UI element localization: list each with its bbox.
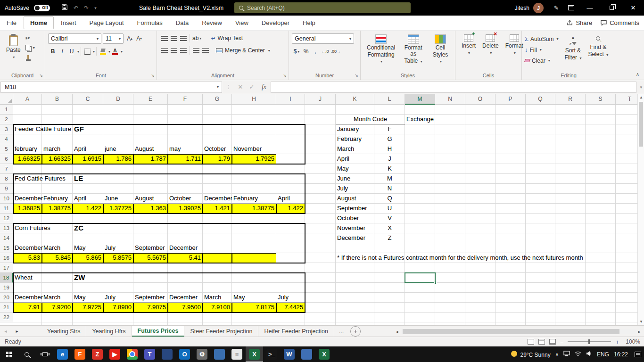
cell-C11[interactable]: 1.422 [73, 204, 103, 214]
close-button[interactable]: ✕ [622, 0, 644, 16]
cell-C6[interactable]: 1.6915 [73, 154, 103, 164]
cell-A10[interactable]: December [13, 194, 42, 204]
merge-center-button[interactable]: Merge & Center▾ [214, 46, 272, 55]
cell-H16[interactable] [232, 253, 276, 263]
name-box-chevron-icon[interactable]: ▾ [217, 85, 219, 89]
row-header-7[interactable]: 7 [0, 164, 13, 174]
horizontal-scrollbar[interactable]: ◂ ▸ [393, 327, 643, 336]
cell-L5[interactable]: H [374, 144, 405, 154]
select-all-corner[interactable] [0, 94, 13, 105]
sheet-nav-right-icon[interactable]: ▸ [11, 326, 23, 337]
taskbar-app-settings[interactable]: ⚙ [193, 346, 211, 362]
menu-tab-insert[interactable]: Insert [55, 17, 83, 29]
cell-D10[interactable]: June [103, 194, 133, 204]
notification-center-icon[interactable] [635, 352, 641, 357]
share-button[interactable]: Share [567, 19, 592, 26]
cell-G16[interactable] [203, 253, 232, 263]
cell-G5[interactable]: October [203, 144, 232, 154]
cell-C20[interactable]: May [73, 293, 103, 303]
column-header-L[interactable]: L [374, 94, 405, 105]
cell-C15[interactable]: May [73, 243, 103, 253]
cell-D16[interactable]: 5.8575 [103, 253, 133, 263]
row-header-17[interactable]: 17 [0, 263, 13, 273]
cell-C5[interactable]: April [73, 144, 103, 154]
cell-L6[interactable]: J [374, 154, 405, 164]
cell-H10[interactable]: February [232, 194, 276, 204]
menu-tab-help[interactable]: Help [297, 17, 322, 29]
cell-K9[interactable]: July [336, 184, 374, 194]
underline-button[interactable]: U [67, 47, 76, 56]
column-header-Q[interactable]: Q [526, 94, 555, 105]
cell-E20[interactable]: September [133, 293, 168, 303]
column-header-H[interactable]: H [232, 94, 276, 105]
number-dialog-launcher[interactable]: ↘ [355, 74, 358, 78]
scroll-left-arrow[interactable]: ◂ [393, 329, 401, 334]
task-view-button[interactable] [36, 346, 54, 362]
font-color-button[interactable]: A [110, 47, 120, 56]
cell-C13[interactable]: ZC [73, 223, 103, 233]
cell-A15[interactable]: December [13, 243, 42, 253]
row-header-18[interactable]: 18 [0, 273, 13, 283]
taskbar-app-edge[interactable]: e [54, 346, 71, 362]
cell-B16[interactable]: 5.845 [42, 253, 73, 263]
search-input[interactable]: Search (Alt+Q) [234, 2, 411, 13]
cell-B6[interactable]: 1.66325 [42, 154, 73, 164]
cell-H20[interactable]: May [232, 293, 276, 303]
menu-tab-data[interactable]: Data [170, 17, 195, 29]
row-header-13[interactable]: 13 [0, 223, 13, 233]
cell-A20[interactable]: December [13, 293, 42, 303]
cell-B10[interactable]: February [42, 194, 73, 204]
menu-tab-file[interactable]: File [0, 17, 23, 29]
row-header-5[interactable]: 5 [0, 144, 13, 154]
taskbar-app-terminal[interactable]: >_ [263, 346, 281, 362]
cell-E15[interactable]: September [133, 243, 168, 253]
column-header-R[interactable]: R [555, 94, 586, 105]
cell-L14[interactable]: Z [374, 233, 405, 243]
user-name[interactable]: Jitesh [515, 5, 529, 11]
column-header-K[interactable]: K [336, 94, 374, 105]
row-header-4[interactable]: 4 [0, 134, 13, 144]
row-header-6[interactable]: 6 [0, 154, 13, 164]
orientation-button[interactable]: ab▾ [191, 33, 202, 43]
cell-K2[interactable]: Month Code [336, 115, 405, 124]
cell-D21[interactable]: 7.8900 [103, 303, 133, 313]
column-header-B[interactable]: B [42, 94, 73, 105]
delete-cells-button[interactable]: Delete ▾ [479, 33, 502, 57]
cell-L8[interactable]: M [374, 174, 405, 184]
taskbar-app-excel[interactable]: X [246, 346, 263, 362]
redo-icon[interactable]: ↷ [84, 5, 89, 11]
column-header-O[interactable]: O [465, 94, 495, 105]
clear-button[interactable]: Clear▾ [525, 56, 558, 65]
cell-E11[interactable]: 1.363 [133, 204, 168, 214]
taskbar-app-firefox[interactable]: F [71, 346, 89, 362]
cell-E5[interactable]: August [133, 144, 168, 154]
fill-button[interactable]: ↓Fill▾ [525, 45, 558, 54]
cell-styles-button[interactable]: Cell Styles ▾ [428, 33, 453, 66]
cell-A3[interactable]: Feeder Cattle Future [13, 124, 42, 134]
undo-icon[interactable]: ↶ [74, 5, 78, 11]
cell-K13[interactable]: November [336, 223, 374, 233]
comments-button[interactable]: Comments [601, 19, 639, 26]
column-header-J[interactable]: J [305, 94, 336, 105]
align-middle-button[interactable] [169, 33, 179, 43]
taskbar-app-app-blue-2[interactable] [298, 346, 315, 362]
taskbar-app-chrome[interactable] [124, 346, 141, 362]
column-header-F[interactable]: F [168, 94, 203, 105]
paste-button[interactable]: Paste ▾ [3, 34, 24, 61]
comma-style-button[interactable]: , [311, 47, 320, 56]
autosave-toggle[interactable]: Off [34, 5, 50, 11]
scroll-up-arrow[interactable]: ▲ [638, 94, 644, 101]
sheet-tab-futures-prices[interactable]: Futures Prices [132, 326, 185, 337]
document-title[interactable]: Sale Barn Cheat Sheet_V2.xlsm [139, 0, 223, 16]
alignment-dialog-launcher[interactable]: ↘ [283, 74, 287, 78]
cell-D5[interactable]: june [103, 144, 133, 154]
increase-indent-button[interactable] [201, 46, 210, 55]
taskbar-app-excel-2[interactable]: X [315, 346, 333, 362]
cell-E10[interactable]: August [133, 194, 168, 204]
language-indicator[interactable]: ENG [597, 351, 609, 358]
bold-button[interactable]: B [48, 47, 58, 56]
fill-color-button[interactable] [98, 47, 107, 56]
borders-button[interactable] [83, 47, 92, 56]
row-header-1[interactable]: 1 [0, 105, 13, 115]
row-header-12[interactable]: 12 [0, 214, 13, 223]
